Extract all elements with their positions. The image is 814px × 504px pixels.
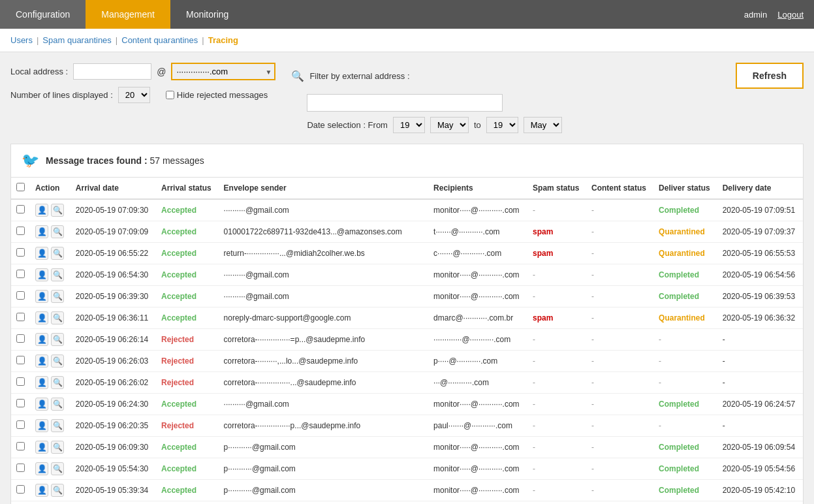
row-recipients: ·············@···········.com [428, 329, 527, 351]
date-selection-label: Date selection : From [307, 120, 388, 130]
row-checkbox-cell [11, 415, 30, 437]
row-deliver-status: Completed [653, 458, 717, 480]
action-icon-2[interactable]: 🔍 [51, 354, 64, 368]
row-delivery-date: - [717, 415, 803, 437]
action-icon-2[interactable]: 🔍 [51, 333, 64, 346]
row-checkbox[interactable] [16, 377, 25, 386]
row-checkbox-cell [11, 437, 30, 458]
lines-label: Number of lines displayed : [10, 90, 113, 100]
action-icon-1[interactable]: 👤 [35, 290, 48, 303]
action-icon-1[interactable]: 👤 [35, 247, 48, 260]
action-icon-1[interactable]: 👤 [35, 204, 48, 217]
row-checkbox[interactable] [16, 313, 25, 321]
row-checkbox-cell [11, 480, 30, 501]
table-row: 👤 🔍 2020-05-19 06:24:30 Accepted ·······… [11, 394, 803, 415]
local-address-input[interactable] [73, 63, 151, 80]
breadcrumb-users[interactable]: Users [10, 35, 33, 45]
row-deliver-status: Completed [653, 437, 717, 458]
row-recipients: monitor·····@···········.com [428, 394, 527, 415]
lines-select[interactable]: 20 [118, 87, 150, 103]
row-checkbox[interactable] [16, 334, 25, 343]
row-recipients: dmarc@···········.com.br [428, 307, 527, 329]
logout-button[interactable]: Logout [777, 10, 804, 20]
row-checkbox-cell [11, 243, 30, 264]
row-checkbox[interactable] [16, 248, 25, 257]
row-deliver-status: Completed [653, 264, 717, 286]
table-row: 👤 🔍 2020-05-19 05:38:17 Accepted bounces… [11, 501, 803, 505]
row-content-status: - [586, 458, 653, 480]
row-arrival-date: 2020-05-19 06:55:22 [70, 243, 156, 264]
date-from-month[interactable]: May [430, 117, 469, 133]
date-to-month[interactable]: May [524, 117, 562, 133]
nav-monitoring[interactable]: Monitoring [170, 0, 244, 29]
row-checkbox[interactable] [16, 399, 25, 407]
row-checkbox[interactable] [16, 442, 25, 450]
row-checkbox[interactable] [16, 420, 25, 429]
row-spam-status: spam [527, 243, 586, 264]
row-spam-status: - [527, 264, 586, 286]
row-checkbox-cell [11, 372, 30, 394]
row-content-status: - [586, 415, 653, 437]
hide-rejected-checkbox[interactable] [166, 91, 174, 99]
action-icon-2[interactable]: 🔍 [51, 225, 64, 238]
row-checkbox[interactable] [16, 205, 25, 213]
row-arrival-status: Rejected [156, 372, 219, 394]
action-icon-2[interactable]: 🔍 [51, 290, 64, 303]
row-checkbox[interactable] [16, 227, 25, 235]
filter-label: Filter by external address : [309, 71, 409, 81]
action-icon-1[interactable]: 👤 [35, 333, 48, 346]
action-icon-1[interactable]: 👤 [35, 268, 48, 281]
row-action: 👤 🔍 [30, 286, 70, 307]
row-deliver-status: - [653, 372, 717, 394]
row-checkbox-cell [11, 199, 30, 221]
select-all-checkbox[interactable] [16, 183, 25, 191]
row-arrival-date: 2020-05-19 06:26:02 [70, 372, 156, 394]
row-deliver-status: Quarantined [653, 243, 717, 264]
breadcrumb-content-quarantines[interactable]: Content quarantines [121, 35, 198, 45]
row-content-status: - [586, 286, 653, 307]
action-icon-1[interactable]: 👤 [35, 376, 48, 389]
row-recipients: monitor·····@···········.com [428, 458, 527, 480]
table-row: 👤 🔍 2020-05-19 06:26:02 Rejected correto… [11, 372, 803, 394]
action-icon-2[interactable]: 🔍 [51, 311, 64, 324]
row-checkbox[interactable] [16, 356, 25, 364]
row-checkbox-cell [11, 501, 30, 505]
date-from-day[interactable]: 19 [393, 117, 425, 133]
hide-rejected-label[interactable]: Hide rejected messages [166, 90, 268, 100]
nav-configuration[interactable]: Configuration [0, 0, 86, 29]
action-icon-1[interactable]: 👤 [35, 354, 48, 368]
action-icon-2[interactable]: 🔍 [51, 484, 64, 497]
action-icon-2[interactable]: 🔍 [51, 204, 64, 217]
breadcrumb-spam-quarantines[interactable]: Spam quarantines [42, 35, 112, 45]
action-icon-1[interactable]: 👤 [35, 484, 48, 497]
action-icon-2[interactable]: 🔍 [51, 419, 64, 432]
action-icon-2[interactable]: 🔍 [51, 462, 64, 475]
action-icon-2[interactable]: 🔍 [51, 247, 64, 260]
action-icon-2[interactable]: 🔍 [51, 268, 64, 281]
row-spam-status: spam [527, 307, 586, 329]
row-arrival-date: 2020-05-19 07:09:30 [70, 199, 156, 221]
domain-select[interactable]: ··············.com [171, 63, 275, 80]
action-icon-1[interactable]: 👤 [35, 419, 48, 432]
action-icon-1[interactable]: 👤 [35, 441, 48, 454]
row-checkbox[interactable] [16, 485, 25, 494]
row-checkbox[interactable] [16, 464, 25, 472]
action-icon-1[interactable]: 👤 [35, 311, 48, 324]
action-icon-2[interactable]: 🔍 [51, 398, 64, 411]
row-deliver-status: Completed [653, 394, 717, 415]
action-icon-2[interactable]: 🔍 [51, 441, 64, 454]
action-icon-1[interactable]: 👤 [35, 462, 48, 475]
nav-management[interactable]: Management [86, 0, 170, 29]
filter-input[interactable] [307, 94, 503, 112]
action-icon-1[interactable]: 👤 [35, 225, 48, 238]
row-checkbox-cell [11, 307, 30, 329]
action-icon-1[interactable]: 👤 [35, 398, 48, 411]
refresh-button[interactable]: Refresh [736, 63, 804, 89]
row-action: 👤 🔍 [30, 307, 70, 329]
row-checkbox[interactable] [16, 270, 25, 278]
date-to-day[interactable]: 19 [486, 117, 518, 133]
row-content-status: - [586, 437, 653, 458]
action-icon-2[interactable]: 🔍 [51, 376, 64, 389]
table-header-row: Action Arrival date Arrival status Envel… [11, 178, 803, 199]
row-checkbox[interactable] [16, 291, 25, 300]
